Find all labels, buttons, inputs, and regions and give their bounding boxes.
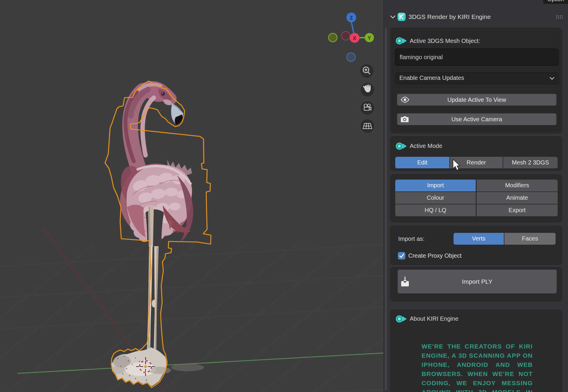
- svg-text:Z: Z: [350, 15, 353, 21]
- svg-text:X: X: [353, 36, 356, 41]
- svg-text:Y: Y: [368, 35, 371, 41]
